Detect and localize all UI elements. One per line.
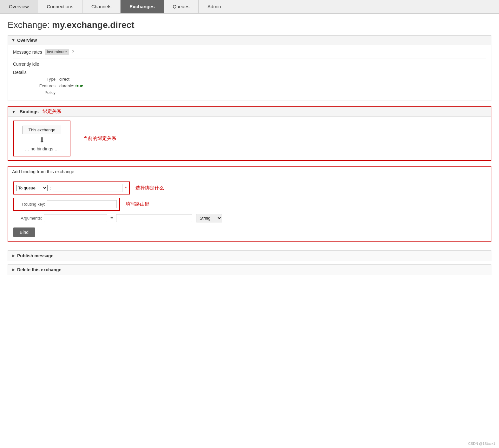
overview-arrow-icon: ▼ [11, 38, 15, 43]
add-binding-wrapper: Add binding from this exchange To queue … [8, 166, 491, 247]
page-title: Exchange: my.exchange.direct [8, 20, 491, 30]
bindings-arrow-icon: ▼ [11, 109, 16, 114]
type-row: Type direct [30, 77, 486, 82]
features-key: Features [30, 83, 56, 88]
arguments-value-input[interactable] [116, 214, 192, 222]
question-mark[interactable]: ? [72, 49, 74, 54]
delete-exchange-section: ▶ Delete this exchange [8, 264, 491, 275]
publish-message-label: Publish message [17, 253, 53, 258]
message-rates-row: Message rates last minute ? [13, 49, 486, 55]
overview-body: Message rates last minute ? Currently id… [8, 45, 491, 101]
arguments-key-input[interactable] [44, 214, 107, 222]
type-key: Type [30, 77, 56, 82]
nav-overview[interactable]: Overview [0, 0, 38, 13]
routing-key-annotation-cn: 填写路由键 [126, 201, 149, 207]
no-bindings-text: … no bindings … [25, 146, 59, 151]
top-nav: Overview Connections Channels Exchanges … [0, 0, 499, 14]
routing-key-input[interactable] [47, 200, 117, 208]
routing-key-label: Routing key: [16, 202, 45, 207]
nav-connections[interactable]: Connections [38, 0, 82, 13]
bindings-section: ▼ Bindings 绑定关系 This exchange ⇓ … no bin… [8, 106, 491, 161]
type-val: direct [59, 77, 69, 82]
to-queue-annotation-cn: 选择绑定什么 [135, 185, 164, 191]
policy-key: Policy [30, 90, 56, 95]
nav-queues[interactable]: Queues [164, 0, 199, 13]
bind-button[interactable]: Bind [13, 227, 35, 237]
current-bindings-annotation: 当前的绑定关系 [83, 135, 116, 142]
policy-row: Policy [30, 90, 486, 95]
delete-exchange-label: Delete this exchange [17, 267, 61, 272]
bindings-section-header[interactable]: ▼ Bindings 绑定关系 [8, 107, 491, 117]
features-row: Features durable: true [30, 83, 486, 88]
routing-key-section: Routing key: 填写路由键 [13, 198, 486, 211]
publish-arrow-icon: ▶ [12, 254, 15, 258]
exchange-box: This exchange [23, 126, 62, 134]
to-queue-row: To queue To exchange : * [13, 181, 130, 194]
nav-admin[interactable]: Admin [199, 0, 230, 13]
exchange-name: my.exchange.direct [52, 20, 134, 30]
publish-message-header[interactable]: ▶ Publish message [8, 251, 491, 261]
arguments-label: Arguments: [13, 216, 42, 221]
nav-exchanges[interactable]: Exchanges [121, 0, 164, 13]
details-table: Type direct Features durable: true Polic… [26, 77, 486, 95]
delete-exchange-header[interactable]: ▶ Delete this exchange [8, 265, 491, 275]
equals-sign: = [110, 216, 113, 221]
last-minute-badge[interactable]: last minute [45, 49, 69, 55]
add-binding-body: To queue To exchange : * 选择绑定什么 Routing … [8, 177, 491, 241]
overview-section-label: Overview [17, 38, 37, 43]
required-star: * [125, 186, 127, 191]
bindings-body: This exchange ⇓ … no bindings … 当前的绑定关系 [8, 117, 491, 160]
durable-value: true [76, 83, 83, 88]
type-select[interactable]: String Number Boolean [196, 214, 222, 222]
overview-section: ▼ Overview Message rates last minute ? C… [8, 35, 491, 101]
message-rates-label: Message rates [13, 49, 42, 55]
to-queue-select[interactable]: To queue To exchange [16, 185, 48, 191]
bindings-section-label: Bindings [20, 109, 39, 114]
to-queue-section: To queue To exchange : * 选择绑定什么 [13, 181, 486, 194]
arrow-down-icon: ⇓ [39, 137, 45, 144]
features-val: durable: true [59, 83, 83, 88]
bindings-diagram: This exchange ⇓ … no bindings … [13, 121, 70, 156]
routing-key-row: Routing key: [13, 198, 120, 211]
publish-message-section: ▶ Publish message [8, 250, 491, 261]
nav-channels[interactable]: Channels [82, 0, 121, 13]
delete-arrow-icon: ▶ [12, 267, 15, 272]
overview-section-header[interactable]: ▼ Overview [8, 36, 491, 45]
currently-idle: Currently idle [13, 62, 486, 67]
details-label: Details [13, 70, 486, 75]
main-content: Exchange: my.exchange.direct ▼ Overview … [0, 14, 499, 285]
to-queue-input[interactable] [53, 184, 122, 192]
arguments-row: Arguments: = String Number Boolean [13, 214, 486, 222]
add-binding-section: Add binding from this exchange To queue … [8, 166, 491, 242]
bindings-annotation-cn: 绑定关系 [43, 109, 62, 115]
add-binding-title: Add binding from this exchange [8, 167, 491, 177]
